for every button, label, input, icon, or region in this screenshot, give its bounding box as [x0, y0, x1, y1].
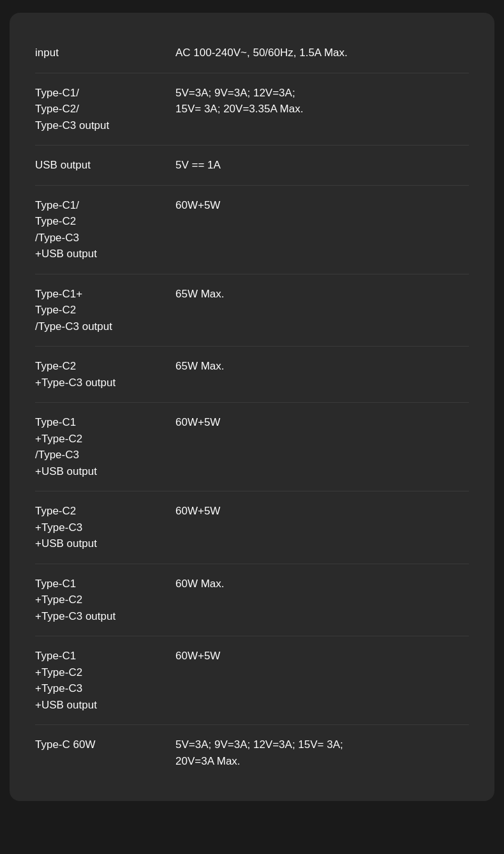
spec-value-type-c12-3-usb-output-1: 60W+5W	[175, 197, 469, 214]
spec-label-type-c1-c2-c3-usb-output-3: Type-C1+Type-C2+Type-C3+USB output	[35, 648, 175, 713]
spec-value-type-c1-c2-c3-usb-output-3: 60W+5W	[175, 648, 469, 664]
spec-value-type-c1-c2-c3-usb-output-2: 60W+5W	[175, 414, 469, 431]
spec-label-type-c2-c3-output: Type-C2+Type-C3 output	[35, 358, 175, 391]
spec-label-type-c12-3-usb-output-1: Type-C1/Type-C2/Type-C3+USB output	[35, 197, 175, 262]
spec-label-usb-output: USB output	[35, 157, 175, 174]
spec-value-type-c-60w: 5V=3A; 9V=3A; 12V=3A; 15V= 3A;20V=3A Max…	[175, 737, 469, 769]
spec-row-type-c-60w: Type-C 60W5V=3A; 9V=3A; 12V=3A; 15V= 3A;…	[35, 725, 469, 781]
spec-value-input: AC 100-240V~, 50/60Hz, 1.5A Max.	[175, 45, 469, 61]
spec-row-type-c123-output: Type-C1/Type-C2/Type-C3 output5V=3A; 9V=…	[35, 73, 469, 146]
spec-label-type-c1-c2-c3-output-max: Type-C1+Type-C2+Type-C3 output	[35, 576, 175, 625]
spec-row-type-c1-c2-c3-output-max: Type-C1+Type-C2+Type-C3 output60W Max.	[35, 564, 469, 637]
spec-value-type-c1-c2-c3-output-max: 60W Max.	[175, 576, 469, 592]
spec-row-usb-output: USB output5V == 1A	[35, 146, 469, 186]
spec-label-type-c1-c2-c3-output: Type-C1+Type-C2/Type-C3 output	[35, 286, 175, 335]
spec-value-type-c123-output: 5V=3A; 9V=3A; 12V=3A;15V= 3A; 20V=3.35A …	[175, 85, 469, 117]
spec-row-type-c1-c2-c3-usb-output-3: Type-C1+Type-C2+Type-C3+USB output60W+5W	[35, 636, 469, 725]
spec-label-type-c2-c3-usb-output: Type-C2+Type-C3+USB output	[35, 503, 175, 552]
spec-value-usb-output: 5V == 1A	[175, 157, 469, 174]
spec-table: inputAC 100-240V~, 50/60Hz, 1.5A Max.Typ…	[35, 33, 469, 781]
spec-row-type-c1-c2-c3-usb-output-2: Type-C1+Type-C2/Type-C3+USB output60W+5W	[35, 403, 469, 491]
spec-label-input: input	[35, 45, 175, 61]
spec-card: inputAC 100-240V~, 50/60Hz, 1.5A Max.Typ…	[10, 13, 494, 801]
spec-row-type-c12-3-usb-output-1: Type-C1/Type-C2/Type-C3+USB output60W+5W	[35, 186, 469, 274]
spec-value-type-c1-c2-c3-output: 65W Max.	[175, 286, 469, 303]
spec-label-type-c-60w: Type-C 60W	[35, 737, 175, 753]
spec-row-type-c2-c3-output: Type-C2+Type-C3 output65W Max.	[35, 347, 469, 403]
spec-row-type-c2-c3-usb-output: Type-C2+Type-C3+USB output60W+5W	[35, 491, 469, 564]
spec-row-type-c1-c2-c3-output: Type-C1+Type-C2/Type-C3 output65W Max.	[35, 274, 469, 347]
spec-value-type-c2-c3-output: 65W Max.	[175, 358, 469, 375]
spec-label-type-c123-output: Type-C1/Type-C2/Type-C3 output	[35, 85, 175, 134]
spec-row-input: inputAC 100-240V~, 50/60Hz, 1.5A Max.	[35, 33, 469, 73]
spec-value-type-c2-c3-usb-output: 60W+5W	[175, 503, 469, 520]
spec-label-type-c1-c2-c3-usb-output-2: Type-C1+Type-C2/Type-C3+USB output	[35, 414, 175, 479]
